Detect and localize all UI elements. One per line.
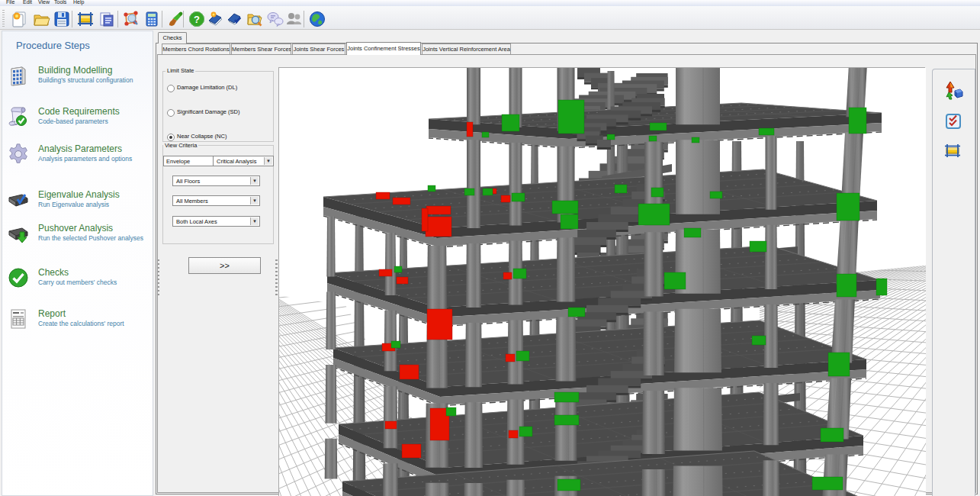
svg-text:?: ? xyxy=(194,14,200,25)
